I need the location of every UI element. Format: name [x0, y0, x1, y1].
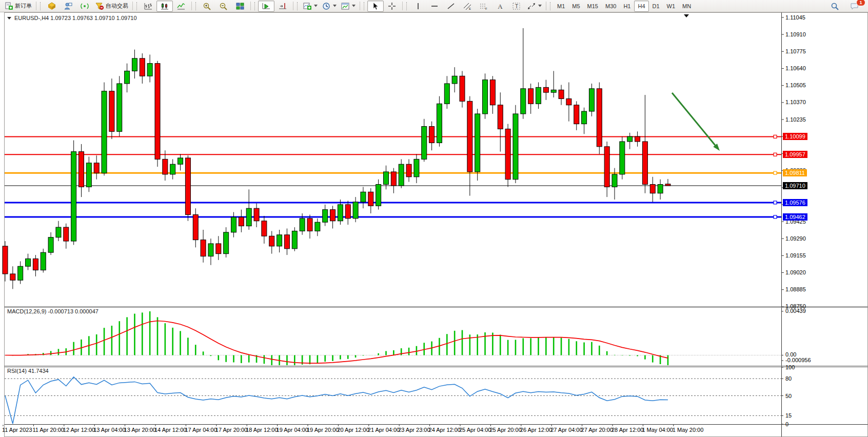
indicators-button[interactable] — [301, 1, 320, 12]
svg-text:E: E — [469, 7, 471, 10]
candle-body — [246, 208, 251, 226]
autoscroll-icon — [262, 2, 271, 10]
candle-body — [589, 89, 594, 111]
chart-shift-button[interactable] — [274, 1, 291, 12]
candle-body — [582, 111, 587, 124]
toolbar-separator — [250, 2, 251, 10]
vline-icon — [413, 2, 423, 10]
candle-body — [315, 222, 320, 231]
candle-body — [147, 64, 152, 76]
chart-window[interactable] — [5, 13, 868, 437]
candle-body — [399, 164, 404, 186]
line-handle-1.10099[interactable] — [774, 135, 777, 138]
timeframe-button-d1[interactable]: D1 — [649, 1, 663, 12]
trendline-tool-button[interactable] — [443, 1, 459, 12]
candle-body — [71, 152, 76, 241]
line-handle-1.09576[interactable] — [774, 201, 777, 204]
toolbar-grip — [364, 2, 366, 10]
timeframe-button-h1[interactable]: H1 — [620, 1, 634, 12]
chevron-down-icon — [538, 5, 542, 7]
line-handle-1.09811[interactable] — [774, 171, 777, 174]
candle-body — [109, 91, 114, 132]
tiles-icon — [235, 2, 245, 10]
candle-body — [483, 80, 488, 114]
timeframe-button-w1[interactable]: W1 — [663, 1, 679, 12]
line-chart-button[interactable] — [173, 1, 189, 12]
timeframe-button-m5[interactable]: M5 — [568, 1, 583, 12]
candle-body — [604, 147, 609, 187]
clock-icon — [322, 2, 331, 10]
fibonacci-tool-button[interactable]: F — [476, 1, 492, 12]
search-button[interactable] — [827, 1, 843, 12]
zoom-in-button[interactable] — [199, 1, 215, 12]
candle-body — [536, 87, 541, 104]
market-watch-button[interactable] — [44, 1, 60, 12]
chevron-down-icon — [313, 5, 318, 7]
candle-body — [444, 84, 449, 104]
text-tool-button[interactable]: A — [492, 1, 508, 12]
chart-canvas[interactable] — [0, 0, 868, 437]
text-label-tool-button[interactable]: T — [508, 1, 525, 12]
candle-body — [79, 152, 84, 187]
zoom-out-button[interactable] — [215, 1, 232, 12]
timeframe-button-h4[interactable]: H4 — [634, 1, 648, 12]
arrows-tool-button[interactable] — [525, 1, 544, 12]
timeframe-button-mn[interactable]: MN — [679, 1, 695, 12]
candle-body — [612, 174, 617, 187]
timeframe-button-m30[interactable]: M30 — [602, 1, 620, 12]
timeframe-button-m15[interactable]: M15 — [584, 1, 602, 12]
periods-button[interactable] — [320, 1, 339, 12]
cursor-tool-button[interactable] — [367, 1, 384, 12]
candle-body — [284, 235, 289, 249]
candle-body — [3, 246, 8, 274]
candle-body — [368, 192, 373, 206]
crosshair-tool-button[interactable] — [384, 1, 400, 12]
new-order-button-label: 新订单 — [15, 2, 32, 10]
equidistant-channel-tool-button[interactable]: E — [459, 1, 476, 12]
candle-body — [277, 235, 282, 246]
candle-body — [10, 274, 15, 280]
profiles-button[interactable] — [60, 1, 76, 12]
toolbar-separator — [36, 2, 36, 10]
line-handle-1.09957[interactable] — [774, 153, 777, 156]
tline-icon — [446, 2, 456, 10]
candle-body — [18, 266, 23, 280]
candle-body — [574, 105, 579, 124]
candle-body — [414, 159, 419, 176]
toolbar-grip — [550, 2, 552, 10]
timeframe-button-m1[interactable]: M1 — [554, 1, 568, 12]
bar-chart-button[interactable] — [140, 1, 156, 12]
channel-icon: E — [463, 2, 472, 10]
candle-body — [597, 89, 602, 147]
signals-button[interactable] — [76, 1, 93, 12]
candle-body — [102, 91, 107, 173]
line-handle-1.09462[interactable] — [774, 215, 777, 218]
horizontal-line-tool-button[interactable] — [426, 1, 443, 12]
candle-body — [33, 259, 38, 270]
candlestick-chart-button[interactable] — [156, 1, 173, 12]
new-order-button[interactable]: 新订单 — [2, 1, 34, 12]
candle-body — [155, 64, 160, 160]
fibo-icon: F — [479, 2, 488, 10]
candle-body — [125, 71, 130, 84]
candle-body — [498, 105, 503, 129]
candle-body — [307, 218, 312, 231]
candle-body — [437, 104, 442, 143]
auto-trading-button[interactable]: 自动交易 — [93, 1, 130, 12]
candle-body — [292, 231, 297, 248]
candle-body — [650, 185, 655, 193]
auto-scroll-button[interactable] — [258, 1, 274, 12]
templates-button[interactable] — [339, 1, 358, 12]
template-icon — [341, 2, 350, 10]
candle-body — [224, 232, 229, 254]
tile-windows-button[interactable] — [232, 1, 248, 12]
notifications-button[interactable]: 1 — [846, 1, 863, 12]
candle-body — [338, 205, 343, 221]
candle-body — [551, 90, 556, 92]
cube-icon — [47, 2, 56, 10]
candle-body — [505, 129, 510, 179]
candle-body — [361, 192, 366, 202]
candle-body — [521, 89, 526, 114]
svg-text:A: A — [498, 3, 503, 10]
vertical-line-tool-button[interactable] — [410, 1, 426, 12]
